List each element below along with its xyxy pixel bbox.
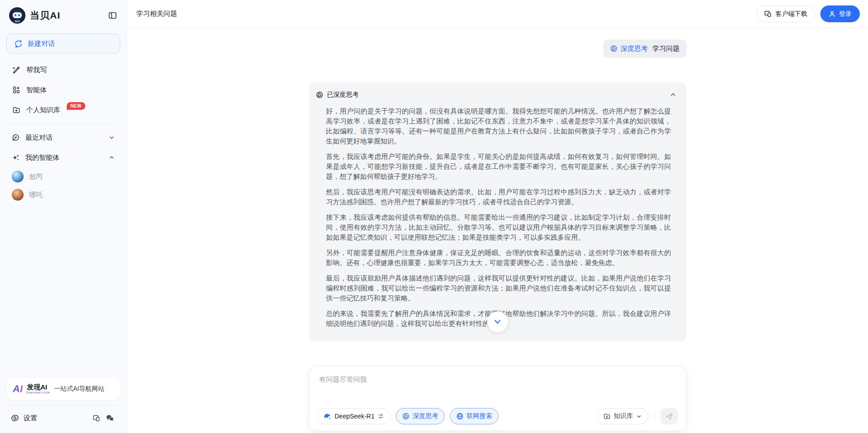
discover-ai-promo-card[interactable]: AI 发现AI FAXIANAI.COM 一站式AI导航网站 <box>6 378 120 400</box>
sidebar-item-label: 智能体 <box>26 86 47 94</box>
pencil-icon <box>12 66 21 74</box>
new-chat-icon <box>14 39 23 48</box>
settings-label: 设置 <box>24 414 37 423</box>
chat-bubble-icon <box>12 133 20 142</box>
client-download-label: 客户端下载 <box>775 10 807 18</box>
devices-icon[interactable] <box>89 411 103 425</box>
sidebar: 当贝AI 新建对话 帮我写 智能体 <box>0 0 127 433</box>
section-label: 我的智能体 <box>25 153 103 162</box>
topbar: 学习相关问题 客户端下载 登录 <box>127 0 868 28</box>
sidebar-menu: 帮我写 智能体 个人知识库 NEW 最近对话 <box>6 60 120 204</box>
send-button[interactable] <box>661 408 678 424</box>
discover-ai-logo-icon: AI <box>13 384 23 394</box>
sidebar-item-knowledge-base[interactable]: 个人知识库 NEW <box>6 100 120 120</box>
collapse-chevron-up-icon[interactable] <box>669 90 677 99</box>
deep-think-icon <box>316 91 323 98</box>
thinking-title: 已深度思考 <box>327 91 665 99</box>
sidebar-divider <box>8 405 118 406</box>
deep-think-icon <box>402 413 409 420</box>
grid-plus-icon <box>12 86 21 94</box>
sidebar-header: 当贝AI <box>6 6 120 24</box>
user-message-tag: 深度思考 <box>621 44 648 53</box>
login-button[interactable]: 登录 <box>820 5 860 22</box>
composer-wrap: DeepSeek-R1 深度思考 <box>309 366 686 431</box>
download-client-icon <box>764 10 772 18</box>
thinking-paragraph: 另外，可能需要提醒用户注意身体健康，保证充足的睡眠、合理的饮食和适量的运动，这些… <box>326 248 671 268</box>
agent-avatar <box>12 189 24 201</box>
sidebar-item-label: 帮我写 <box>26 66 47 74</box>
new-badge: NEW <box>67 102 85 110</box>
agent-avatar <box>12 171 24 182</box>
toolbar-divider <box>654 412 655 421</box>
web-search-toggle[interactable]: 联网搜索 <box>450 408 498 424</box>
client-download-button[interactable]: 客户端下载 <box>756 5 815 22</box>
folder-plus-icon <box>603 413 611 420</box>
chevron-down-icon <box>493 317 503 327</box>
agent-item-nezha[interactable]: 哪吒 <box>6 186 120 204</box>
folder-plus-icon <box>12 106 21 114</box>
web-search-label: 联网搜索 <box>467 412 492 420</box>
main-area: 学习相关问题 客户端下载 登录 <box>127 0 868 433</box>
wechat-icon[interactable] <box>103 411 117 425</box>
deep-think-label: 深度思考 <box>413 412 438 420</box>
globe-icon <box>456 413 464 420</box>
chevron-up-icon <box>108 154 115 161</box>
thinking-paragraph: 首先，我应该考虑用户可能的身份。如果是学生，可能关心的是如何提高成绩，如何有效复… <box>326 152 671 182</box>
thinking-card: 已深度思考 好，用户问的是关于学习的问题，但没有具体说明是哪方面。我得先想想可能… <box>309 83 686 341</box>
new-chat-button[interactable]: 新建对话 <box>6 34 120 54</box>
promo-text: 一站式AI导航网站 <box>54 385 104 393</box>
thinking-header: 已深度思考 <box>316 90 677 99</box>
sidebar-item-label: 个人知识库 <box>26 106 60 114</box>
model-selector[interactable]: DeepSeek-R1 <box>317 408 390 424</box>
chevron-down-icon <box>636 413 642 419</box>
knowledge-base-selector[interactable]: 知识库 <box>597 408 648 424</box>
thinking-paragraph: 接下来，我应该考虑如何提供有帮助的信息。可能需要给出一些通用的学习建议，比如制定… <box>326 212 671 242</box>
message-input[interactable] <box>317 370 678 405</box>
user-message-row: 深度思考 学习问题 <box>309 39 686 58</box>
new-chat-label: 新建对话 <box>28 39 55 48</box>
scroll-to-bottom-button[interactable] <box>487 311 508 332</box>
settings-button[interactable]: 设置 <box>11 414 89 423</box>
discover-ai-wordmark: 发现AI FAXIANAI.COM <box>27 384 50 394</box>
thinking-paragraph: 好，用户问的是关于学习的问题，但没有具体说明是哪方面。我得先想想可能的几种情况。… <box>326 106 671 146</box>
chat-column: 深度思考 学习问题 已深度思考 好，用 <box>309 28 686 356</box>
composer-toolbar: DeepSeek-R1 深度思考 <box>317 408 678 424</box>
thinking-paragraph: 最后，我应该鼓励用户具体描述他们遇到的问题，这样我可以提供更针对性的建议。比如，… <box>326 273 671 303</box>
app-window: 当贝AI 新建对话 帮我写 智能体 <box>0 0 868 433</box>
agent-item-aobing[interactable]: 敖丙 <box>6 167 120 186</box>
paper-plane-icon <box>665 412 674 421</box>
sidebar-footer: 设置 <box>6 408 120 428</box>
knowledge-base-label: 知识库 <box>614 412 633 420</box>
gear-icon <box>11 414 19 422</box>
deep-think-icon <box>610 45 617 52</box>
chevron-down-icon <box>108 134 115 141</box>
model-label: DeepSeek-R1 <box>335 413 375 420</box>
deep-think-toggle[interactable]: 深度思考 <box>396 408 444 424</box>
brand-robot-logo-icon <box>9 7 25 24</box>
brand-name: 当贝AI <box>30 9 60 22</box>
brand: 当贝AI <box>9 7 60 24</box>
sparkles-icon <box>12 153 20 162</box>
chat-content: 深度思考 学习问题 已深度思考 好，用 <box>127 28 868 433</box>
sidebar-section-recent-chats[interactable]: 最近对话 <box>6 128 120 148</box>
sidebar-collapse-icon[interactable] <box>107 10 118 21</box>
sidebar-item-help-me-write[interactable]: 帮我写 <box>6 60 120 80</box>
agent-name: 哪吒 <box>29 191 43 199</box>
thinking-paragraph: 然后，我应该思考用户可能没有明确表达的需求。比如，用户可能在学习过程中感到压力大… <box>326 187 671 207</box>
user-message-text: 学习问题 <box>652 44 680 53</box>
page-title: 学习相关问题 <box>135 10 756 18</box>
sidebar-section-my-agents[interactable]: 我的智能体 <box>6 148 120 167</box>
deepseek-whale-icon <box>324 413 331 420</box>
section-label: 最近对话 <box>25 133 103 142</box>
topbar-actions: 客户端下载 登录 <box>756 5 860 22</box>
user-message-bubble: 深度思考 学习问题 <box>603 39 686 58</box>
agent-name: 敖丙 <box>29 172 43 181</box>
user-icon <box>829 10 836 18</box>
composer: DeepSeek-R1 深度思考 <box>309 366 686 431</box>
login-label: 登录 <box>839 10 852 18</box>
swap-icon <box>378 413 384 419</box>
sidebar-item-agents[interactable]: 智能体 <box>6 80 120 100</box>
sidebar-divider <box>8 123 118 124</box>
thinking-body: 好，用户问的是关于学习的问题，但没有具体说明是哪方面。我得先想想可能的几种情况。… <box>316 99 677 329</box>
